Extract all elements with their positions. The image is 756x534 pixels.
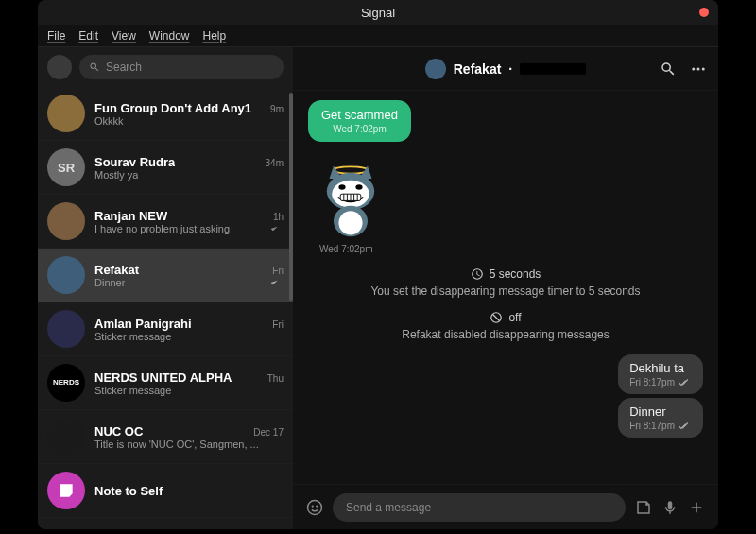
incoming-message[interactable]: Dekhilu ta Fri 8:17pm [308, 354, 703, 394]
svg-point-2 [702, 67, 705, 70]
svg-point-15 [338, 211, 362, 234]
message-time: Wed 7:02pm [321, 124, 398, 134]
chat-title: NERDS UNITED ALPHA [94, 370, 232, 385]
incoming-message[interactable]: Dinner Fri 8:17pm [308, 398, 703, 438]
emoji-icon[interactable] [306, 499, 323, 516]
chat-time: 34m [266, 158, 284, 168]
system-message-timer-off: off Refakat disabled disappearing messag… [308, 311, 703, 341]
message-text: Get scammed [321, 108, 398, 122]
redacted-phone [520, 63, 586, 75]
composer: Send a message [293, 484, 718, 529]
chat-item-fun-group[interactable]: Fun Group Don't Add Any19m Okkkk [38, 87, 293, 141]
chat-title: Refakat [94, 263, 139, 277]
read-receipt-icon [679, 422, 692, 431]
avatar [425, 59, 446, 79]
conversation-pane: Refakat · Get scammed Wed 7:02pm [293, 47, 718, 529]
avatar [47, 95, 85, 132]
svg-line-17 [493, 315, 500, 321]
sticker-time: Wed 7:02pm [319, 244, 703, 254]
read-receipt-icon [270, 278, 284, 287]
sidebar-top: Search [38, 47, 293, 87]
chat-item-note[interactable]: Note to Self [38, 464, 293, 518]
chat-item-sourav[interactable]: SR Sourav Rudra34m Mostly ya [38, 141, 293, 195]
svg-point-3 [334, 166, 368, 173]
message-placeholder: Send a message [346, 501, 431, 514]
profile-avatar[interactable] [47, 55, 72, 79]
avatar [47, 418, 85, 456]
conversation-title[interactable]: Refakat · [425, 59, 586, 79]
avatar [47, 256, 85, 294]
chat-time: 1h [273, 212, 284, 222]
timer-off-icon [490, 311, 503, 324]
search-input[interactable]: Search [79, 55, 284, 79]
chat-item-ranjan[interactable]: Ranjan NEW1h I have no problem just aski… [38, 195, 293, 249]
chat-title: Note to Self [94, 484, 163, 498]
app-body: Search Fun Group Don't Add Any19m Okkkk … [38, 47, 718, 529]
message-time: Fri 8:17pm [629, 421, 675, 431]
sticker-button-icon[interactable] [635, 499, 652, 516]
svg-point-20 [316, 505, 318, 507]
search-placeholder: Search [106, 60, 142, 74]
chat-title: Amlan Panigrahi [94, 317, 192, 331]
svg-point-1 [697, 67, 700, 70]
menu-help[interactable]: Help [203, 29, 227, 43]
read-receipt-icon [270, 224, 284, 233]
svg-point-18 [308, 500, 322, 514]
search-icon [89, 61, 100, 73]
svg-point-7 [355, 184, 362, 189]
read-receipt-icon [679, 378, 692, 388]
chat-title: Fun Group Don't Add Any1 [94, 101, 251, 115]
chat-item-nerds[interactable]: NERDS NERDS UNITED ALPHAThu Sticker mess… [38, 356, 293, 410]
attach-icon[interactable] [688, 499, 705, 516]
chat-title: Sourav Rudra [94, 155, 175, 169]
avatar [47, 202, 85, 240]
voice-icon[interactable] [662, 499, 679, 516]
chat-time: Fri [272, 319, 284, 330]
more-icon[interactable] [690, 60, 707, 78]
chat-item-amlan[interactable]: Amlan PanigrahiFri Sticker message [38, 302, 293, 356]
chat-title: Ranjan NEW [94, 209, 167, 223]
chat-title: NUC OC [94, 424, 143, 439]
sidebar: Search Fun Group Don't Add Any19m Okkkk … [38, 47, 293, 529]
svg-point-0 [692, 67, 695, 70]
avatar: SR [47, 148, 85, 186]
message-input[interactable]: Send a message [333, 493, 626, 522]
message-time: Fri 8:17pm [629, 377, 675, 388]
svg-point-19 [312, 505, 314, 507]
timer-icon [471, 267, 484, 281]
sticker-cat[interactable] [308, 153, 393, 238]
chat-item-nuc[interactable]: NUC OCDec 17 Title is now 'NUC OC', Sang… [38, 410, 293, 464]
chat-preview: Mostly ya [94, 169, 138, 181]
app-window: Signal File Edit View Window Help Search… [38, 0, 718, 529]
menu-view[interactable]: View [112, 29, 136, 43]
chat-preview: Okkkk [94, 115, 124, 127]
chat-time: Fri [272, 266, 284, 276]
menubar: File Edit View Window Help [38, 25, 718, 47]
chat-time: Thu [267, 373, 284, 384]
chat-time: 9m [270, 104, 284, 114]
chat-list[interactable]: Fun Group Don't Add Any19m Okkkk SR Sour… [38, 87, 293, 529]
chat-item-refakat[interactable]: RefakatFri Dinner [38, 249, 293, 302]
chat-preview: Dinner [94, 277, 125, 288]
system-message-timer-on: 5 seconds You set the disappearing messa… [308, 267, 703, 298]
message-list[interactable]: Get scammed Wed 7:02pm [293, 91, 718, 484]
avatar: NERDS [47, 364, 85, 402]
note-icon [47, 472, 85, 509]
conversation-header: Refakat · [293, 47, 718, 91]
message-text: Dinner [629, 405, 692, 419]
menu-window[interactable]: Window [149, 29, 190, 43]
svg-rect-21 [668, 501, 673, 509]
search-in-conversation-icon[interactable] [660, 60, 677, 78]
menu-file[interactable]: File [47, 29, 65, 43]
svg-point-6 [338, 184, 345, 189]
chat-time: Dec 17 [253, 427, 284, 438]
chat-preview: Sticker message [94, 385, 171, 396]
titlebar: Signal [38, 0, 718, 25]
message-text: Dekhilu ta [629, 361, 692, 375]
chat-preview: Title is now 'NUC OC', Sangmen, ... [94, 439, 259, 450]
menu-edit[interactable]: Edit [78, 29, 98, 43]
outgoing-message[interactable]: Get scammed Wed 7:02pm [308, 100, 703, 142]
close-icon[interactable] [699, 8, 709, 17]
avatar [47, 310, 85, 348]
chat-preview: Sticker message [94, 331, 171, 342]
